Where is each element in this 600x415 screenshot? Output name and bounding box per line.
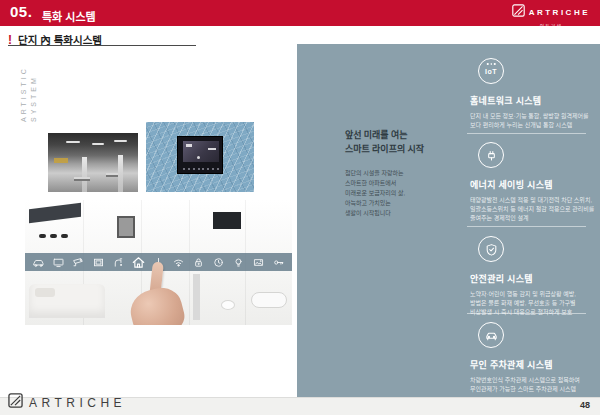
screen-widget <box>208 148 216 150</box>
tv-icon <box>52 256 65 269</box>
intro-body: 첨단의 시설을 자랑하는 스마트한 아파트에서 미래로운 보금자리의 삶, 아늑… <box>345 168 475 218</box>
plug-icon <box>478 142 504 168</box>
brand-name: ARTRICHE <box>529 8 590 17</box>
section-divider <box>467 133 586 134</box>
system-parking: 무인 주차관제 시스템 차량번호인식 주차관제 시스템으로 접목하여 무인관제가… <box>470 322 590 394</box>
column <box>118 155 123 192</box>
system-title: 에너지 세이빙 시스템 <box>470 178 590 191</box>
system-title: 홈네트워크 시스템 <box>470 94 590 107</box>
brand-mark-icon <box>512 3 525 21</box>
window-icon <box>92 256 105 269</box>
photo-grayscale-interior <box>48 133 138 192</box>
wallpad-screen <box>183 141 219 162</box>
footer-brand-name: ARTRICHE <box>29 396 126 410</box>
system-desc: 차량번호인식 주차관제 시스템으로 접목하여 무인관제가 가능한 스마트 주차관… <box>470 376 590 394</box>
bench <box>106 173 118 177</box>
oven <box>117 216 135 238</box>
clock-icon <box>212 256 225 269</box>
system-desc: 태양광발전 시스템 적용 및 대기전력 차단 스위치, 일괄소등스위치 등 에너… <box>470 196 590 223</box>
key-icon <box>272 256 285 269</box>
iot-icon: IoT <box>478 58 504 84</box>
smart-wallpad <box>177 136 223 174</box>
ceiling-light <box>66 141 80 143</box>
system-safety: 안전관리 시스템 노약자·어린이 행동 감지 및 위급상황 예방, 방범은 물론… <box>470 236 590 317</box>
side-label-line2: SYSTEM <box>30 52 37 122</box>
bulb-icon <box>232 256 245 269</box>
hand-fist <box>126 283 188 325</box>
wallpad-buttons <box>183 168 219 170</box>
slide-page: 05. 특화 시스템 ARTRICHE 아트리체 !단지 內 특화시스템 ART… <box>0 0 600 415</box>
header-logo: ARTRICHE 아트리체 <box>512 3 590 29</box>
section-title: 특화 시스템 <box>42 8 96 24</box>
system-title: 안전관리 시스템 <box>470 272 590 285</box>
ceiling-light <box>92 143 104 145</box>
shield-icon <box>478 236 504 262</box>
subheader: !단지 內 특화시스템 <box>8 30 292 48</box>
system-desc: 단지 내 모든 정보·기능 통합, 쌍방향 원격제어를 보다 편리하게 누리는 … <box>470 112 590 130</box>
brand-mark-icon <box>8 393 23 412</box>
picture-icon <box>252 256 265 269</box>
faucet-icon <box>112 256 125 269</box>
photo-wallpad <box>146 122 254 192</box>
intro-title-line1: 앞선 미래를 여는 <box>345 128 475 142</box>
intro-title-line2: 스마트 라이프의 시작 <box>345 142 475 156</box>
section-divider <box>467 313 586 314</box>
car-icon <box>32 256 45 269</box>
section-number: 05. <box>10 3 32 20</box>
range-hood <box>29 203 81 223</box>
cctv-icon <box>72 256 85 269</box>
tv <box>213 212 241 229</box>
pointing-hand <box>125 262 195 325</box>
intro-title: 앞선 미래를 여는 스마트 라이프의 시작 <box>345 128 475 156</box>
bench <box>74 177 90 181</box>
system-title: 무인 주차관제 시스템 <box>470 358 590 371</box>
side-label: ARTISTIC SYSTEM <box>20 52 37 122</box>
page-number: 48 <box>580 400 590 410</box>
photo-smart-home-collage <box>25 200 292 325</box>
toilet <box>221 300 235 310</box>
car-icon <box>478 322 504 348</box>
side-label-line1: ARTISTIC <box>20 52 27 122</box>
pillow <box>35 288 55 297</box>
brand-tagline: 아트리체 <box>540 22 562 29</box>
column <box>82 157 87 192</box>
screen-widget <box>197 156 200 159</box>
ceiling-light <box>114 140 127 142</box>
screen-widget <box>186 144 192 147</box>
feature-panel: 앞선 미래를 여는 스마트 라이프의 시작 첨단의 시설을 자랑하는 스마트한 … <box>297 44 600 397</box>
footer-logo: ARTRICHE <box>8 393 126 412</box>
section-divider <box>467 226 586 227</box>
cooktop <box>39 234 68 238</box>
system-energy-saving: 에너지 세이빙 시스템 태양광발전 시스템 적용 및 대기전력 차단 스위치, … <box>470 142 590 223</box>
accent-shape <box>54 158 68 163</box>
bathtub <box>251 292 287 308</box>
subheader-underline <box>8 45 196 46</box>
system-home-network: IoT 홈네트워크 시스템 단지 내 모든 정보·기능 통합, 쌍방향 원격제어… <box>470 58 590 130</box>
intro-block: 앞선 미래를 여는 스마트 라이프의 시작 첨단의 시설을 자랑하는 스마트한 … <box>345 128 475 218</box>
header-bar: 05. 특화 시스템 ARTRICHE 아트리체 <box>0 0 600 26</box>
